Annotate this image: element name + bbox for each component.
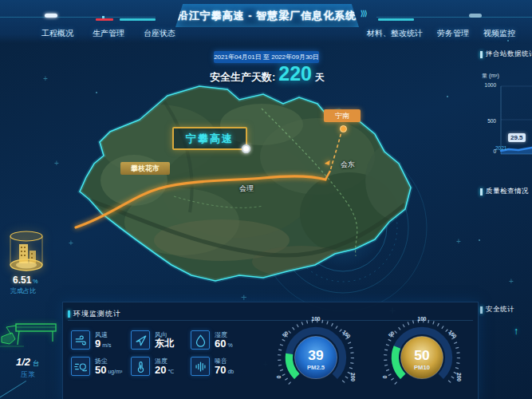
app-title: 沿江宁攀高速 - 智慧梁厂信息化系统 [178,9,357,23]
section-safety: 安全统计 [480,305,514,314]
nav-left: 工程概况 生产管理 台座状态 [41,28,175,39]
sparkle-plus: + [509,278,514,286]
header-deco-cyan-segment [378,18,414,21]
chevrons-right-icon: ⟩⟩⟩ [361,10,367,18]
machine-count-unit: 台 [33,359,39,368]
corner-deco-line [0,381,26,399]
city-label-huidong[interactable]: 会东 [341,160,355,170]
safety-title: 安全统计 [486,305,514,314]
pm25-label: PM2.5 [307,364,325,371]
highway-label: 宁攀高速 [186,132,234,146]
pm25-value: 39 [308,347,323,363]
humidity-unit: % [227,342,232,348]
city-label-huili[interactable]: 会理 [239,184,254,194]
noise-value-row: 70 db [215,365,234,375]
wind-speed-value-row: 9 m/s [95,338,112,349]
sparkle-dot [479,239,480,241]
machine-count: 1/2 [16,356,30,368]
temperature-unit: ℃ [167,369,174,375]
completion-value: 6.51 [13,275,31,286]
completion-cylinder-icon [6,228,46,276]
city-label-ningnan[interactable]: 宁南 [324,109,361,122]
dust-icon [71,357,90,376]
noise-value: 70 [215,365,226,375]
section-bar-icon [480,51,483,58]
date-range-badge: 2021年04月01日 至 2022年09月30日 [214,51,319,63]
nav-item-pedestal-status[interactable]: 台座状态 [144,28,175,39]
nav-item-labor[interactable]: 劳务管理 [437,28,469,39]
nav-item-production[interactable]: 生产管理 [93,28,124,39]
completion-value-row: 6.51 % [13,275,38,286]
dust-unit: ug/m³ [108,369,122,374]
wind-speed-unit: m/s [102,342,111,348]
gauge-tick-100: 100 [311,316,320,322]
section-mixing-station: 拌合站数据统计 [480,49,532,59]
chart-x-tick: 2021- [495,145,509,151]
gauge-tick-0: 0 [382,375,388,378]
city-label-panzhihua[interactable]: 攀枝花市 [120,162,170,175]
gauge-tick-0: 0 [276,375,282,378]
noise-icon [191,357,210,376]
city-name-ningnan: 宁南 [335,111,349,121]
machine-count-row: 1/2 台 [16,356,39,368]
header-deco-capsule [45,14,57,18]
map-terrain [62,77,445,316]
machine-label: 压浆 [21,369,35,380]
header-deco-line [376,17,532,18]
dust-value-row: 50 ug/m³ [95,365,122,375]
sparkle-plus: + [43,75,48,83]
app-title-banner: 沿江宁攀高速 - 智慧梁厂信息化系统 [175,4,359,27]
pm10-value: 50 [414,347,429,363]
humidity-value-row: 60 % [215,338,233,349]
header-deco-red-segment [96,18,113,21]
wind-speed-value: 9 [95,338,100,349]
temperature-icon [131,357,150,376]
highway-marker[interactable] [242,144,250,153]
section-bar-icon [68,310,70,318]
pm10-label: PM10 [414,364,430,371]
highway-label-box[interactable]: 宁攀高速 [172,127,247,150]
wind-direction-value: 东北 [155,338,174,348]
pm10-gauge: 100 50 150 0 200 50 PM10 [380,314,464,398]
gauge-tick-100: 100 [417,316,426,322]
gauge-tick-150: 150 [341,329,352,339]
nav-item-project-overview[interactable]: 工程概况 [41,28,73,39]
environment-panel: 环境监测统计 风速 9 m/s 风向 东北 湿度 60 % [62,302,479,399]
environment-title: 环境监测统计 [73,309,121,319]
header-deco-capsule [469,14,482,18]
nav-active-dot [507,40,509,41]
region-map[interactable] [62,77,445,316]
chart-tooltip: 29.5 [508,133,526,142]
noise-unit: db [227,369,234,374]
chart-y-axis-label: 量 (m³) [482,72,499,80]
temperature-value-row: 20 ℃ [155,365,174,375]
dust-value: 50 [95,365,106,375]
gauge-tick-150: 150 [447,329,458,339]
y-tick-500: 500 [479,118,496,124]
humidity-icon [191,330,210,350]
scroll-up-arrow[interactable]: ↑ [514,326,518,337]
sparkle-plus: + [456,238,461,246]
completion-label: 完成占比 [10,286,36,295]
nav-item-material-stats[interactable]: 材料、整改统计 [367,28,423,39]
wind-icon [71,330,90,350]
humidity-value: 60 [215,338,226,349]
sparkle-dot [447,96,448,97]
dashboard-root: + + + + + + + + ⟨⟨⟨ ⟩⟩⟩ 沿江宁攀高速 - 智慧梁厂信息化… [0,0,532,399]
section-bar-icon [480,188,483,196]
city-marker-ningnan[interactable] [340,125,347,132]
gauge-tick-200: 200 [350,373,356,381]
sparkle-plus: + [54,160,59,168]
section-bar-icon [480,306,483,314]
header-deco-line [0,17,156,18]
quality-title: 质量检查情况 [486,187,529,196]
nav-item-video[interactable]: 视频监控 [483,28,515,39]
wind-direction-value-row: 东北 [155,338,174,348]
gauge-tick-200: 200 [456,373,462,381]
section-quality: 质量检查情况 [480,187,529,196]
nav-right: 材料、整改统计 劳务管理 视频监控 [367,28,515,39]
y-tick-0: 0 [479,148,496,154]
y-tick-1000: 1000 [479,82,496,88]
pm25-gauge: 100 50 150 0 200 39 PM2.5 [274,314,358,398]
completion-unit: % [33,279,37,284]
